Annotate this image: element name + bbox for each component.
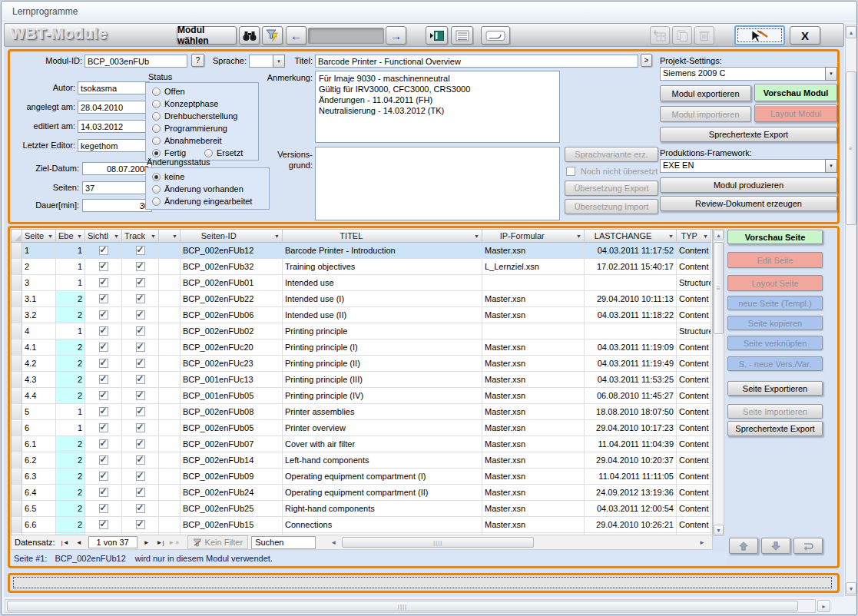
- produktions-framework-combo[interactable]: EXE EN ▼: [660, 159, 837, 173]
- checkbox-icon[interactable]: [99, 310, 108, 320]
- cell-typ[interactable]: Content: [677, 404, 711, 420]
- cell-sichtl[interactable]: [85, 307, 122, 323]
- datasheet-view-button[interactable]: [451, 26, 473, 45]
- sprechertexte-export-button[interactable]: Sprechertexte Export: [727, 421, 823, 436]
- radio-option-programmierung[interactable]: Programmierung: [152, 124, 227, 133]
- row-selector[interactable]: [12, 356, 22, 372]
- cell-titel[interactable]: Operating equipment compartment (II): [283, 485, 482, 501]
- cell-seiten-id[interactable]: BCP_001enFUc13: [181, 372, 283, 388]
- move-page-up-button[interactable]: [729, 538, 758, 554]
- cell-ebe[interactable]: 2: [56, 501, 85, 517]
- cell-typ[interactable]: Content: [677, 259, 711, 275]
- cell-track[interactable]: [122, 275, 159, 291]
- cell-blank[interactable]: [159, 339, 181, 356]
- checkbox-icon[interactable]: [99, 439, 108, 449]
- cell-ip-formular[interactable]: L_Lernziel.xsn: [482, 259, 585, 275]
- cell-seite[interactable]: 6: [22, 420, 56, 436]
- checkbox-icon[interactable]: [99, 504, 108, 513]
- cell-track[interactable]: [122, 517, 159, 533]
- radio-icon[interactable]: [152, 100, 161, 108]
- cell-lastchange[interactable]: 17.02.2011 15:40:17: [585, 259, 677, 275]
- table-row[interactable]: 3.22BCP_002enFUb06Intended use (II)Maste…: [12, 307, 712, 323]
- cell-seite[interactable]: 6.1: [22, 436, 56, 452]
- select-all-corner[interactable]: [12, 230, 22, 243]
- table-row[interactable]: 6.22BCP_002enFUb14Left-hand componentsMa…: [12, 452, 712, 469]
- table-row[interactable]: 61BCP_002enFUb05Printer overviewMaster.x…: [12, 420, 712, 436]
- table-scroll-thumb[interactable]: ≡: [714, 242, 724, 334]
- cell-track[interactable]: [122, 452, 159, 469]
- table-row[interactable]: 6.62BCP_002enFUb15ConnectionsMaster.xsn2…: [12, 517, 712, 533]
- cell-seiten-id[interactable]: BCP_002enFUb24: [181, 485, 283, 501]
- checkbox-icon[interactable]: [99, 455, 108, 465]
- cell-lastchange[interactable]: [585, 323, 677, 339]
- col-header-seiten-id[interactable]: Seiten-ID▼: [181, 230, 283, 243]
- cell-typ[interactable]: Content: [677, 501, 711, 517]
- cell-lastchange[interactable]: 04.03.2011 11:19:49: [585, 356, 677, 372]
- cell-ip-formular[interactable]: Master.xsn: [482, 388, 585, 404]
- cell-sichtl[interactable]: [85, 517, 122, 533]
- cell-ebe[interactable]: 2: [56, 307, 85, 323]
- cell-ebe[interactable]: 1: [56, 420, 85, 436]
- row-selector[interactable]: [12, 243, 22, 259]
- cell-ip-formular[interactable]: Master.xsn: [482, 243, 585, 259]
- cell-typ[interactable]: Content: [677, 452, 711, 469]
- scroll-right-icon[interactable]: ►: [817, 600, 830, 612]
- checkbox-icon[interactable]: [136, 439, 145, 449]
- cell-ebe[interactable]: 2: [56, 469, 85, 485]
- cell-ip-formular[interactable]: Master.xsn: [482, 485, 585, 501]
- radio-icon[interactable]: [152, 149, 161, 157]
- cell-lastchange[interactable]: 29.04.2010 10:20:37: [585, 452, 677, 469]
- cell-lastchange[interactable]: 11.04.2011 11:11:05: [585, 469, 677, 485]
- cell-ip-formular[interactable]: Master.xsn: [482, 307, 585, 323]
- cell-seiten-id[interactable]: BCP_002enFUc20: [181, 339, 283, 356]
- cell-sichtl[interactable]: [85, 259, 122, 275]
- cell-blank[interactable]: [159, 404, 181, 420]
- cell-titel[interactable]: Training objectives: [283, 259, 482, 275]
- cell-titel[interactable]: Intended use: [283, 275, 482, 291]
- cell-sichtl[interactable]: [85, 420, 122, 436]
- chevron-down-icon[interactable]: ▼: [149, 233, 156, 239]
- goto-record-button[interactable]: [426, 26, 448, 45]
- checkbox-icon[interactable]: [99, 278, 108, 287]
- chevron-down-icon[interactable]: ▼: [171, 233, 177, 239]
- cell-seiten-id[interactable]: BCP_002enFUb22: [181, 291, 283, 307]
- cell-titel[interactable]: Intended use (II): [283, 307, 482, 323]
- window-horizontal-scrollbar[interactable]: ||||: [5, 599, 816, 613]
- cell-track[interactable]: [122, 259, 159, 275]
- table-row[interactable]: 6.42BCP_002enFUb24Operating equipment co…: [12, 485, 712, 501]
- checkbox-icon[interactable]: [136, 520, 145, 529]
- cell-typ[interactable]: Content: [677, 469, 711, 485]
- chevron-down-icon[interactable]: ▼: [75, 233, 82, 239]
- cell-blank[interactable]: [159, 372, 181, 388]
- chevron-down-icon[interactable]: ▼: [701, 233, 708, 239]
- checkbox-icon[interactable]: [136, 326, 145, 336]
- seiten-input[interactable]: [82, 181, 152, 194]
- radio-option-nderungeingearbeitet[interactable]: Änderung eingearbeitet: [152, 197, 252, 206]
- row-selector[interactable]: [12, 420, 22, 436]
- cell-lastchange[interactable]: 29.04.2010 10:11:13: [585, 291, 677, 307]
- cell-sichtl[interactable]: [85, 452, 122, 469]
- cell-sichtl[interactable]: [85, 291, 122, 307]
- row-selector[interactable]: [12, 259, 22, 275]
- col-header-blank[interactable]: ▼: [159, 230, 181, 243]
- scroll-up-icon[interactable]: ▲: [714, 230, 724, 240]
- cell-seite[interactable]: 4.4: [22, 388, 56, 404]
- cell-lastchange[interactable]: 04.03.2011 11:19:09: [585, 339, 677, 356]
- cell-track[interactable]: [122, 388, 159, 404]
- review-dokument-button[interactable]: Review-Dokument erzeugen: [660, 196, 837, 211]
- cell-titel[interactable]: Cover with air filter: [283, 436, 482, 452]
- cell-lastchange[interactable]: 29.04.2010 10:17:23: [585, 420, 677, 436]
- cell-ip-formular[interactable]: Master.xsn: [482, 452, 585, 469]
- sprechertexte-export-button[interactable]: Sprechertexte Export: [660, 127, 837, 142]
- cell-seiten-id[interactable]: BCP_002enFUb08: [181, 404, 283, 420]
- chevron-down-icon[interactable]: ▼: [825, 67, 837, 81]
- cell-lastchange[interactable]: 06.08.2010 11:45:27: [585, 388, 677, 404]
- footer-focus-field[interactable]: [13, 577, 832, 588]
- table-row[interactable]: 21BCP_002enFUb32Training objectivesL_Ler…: [12, 259, 712, 275]
- modul-id-input[interactable]: [84, 55, 187, 68]
- cell-ebe[interactable]: 1: [56, 275, 85, 291]
- cell-ip-formular[interactable]: Master.xsn: [482, 469, 585, 485]
- checkbox-icon[interactable]: [99, 407, 108, 416]
- row-selector[interactable]: [12, 339, 22, 356]
- scroll-down-icon[interactable]: ▼: [714, 525, 724, 535]
